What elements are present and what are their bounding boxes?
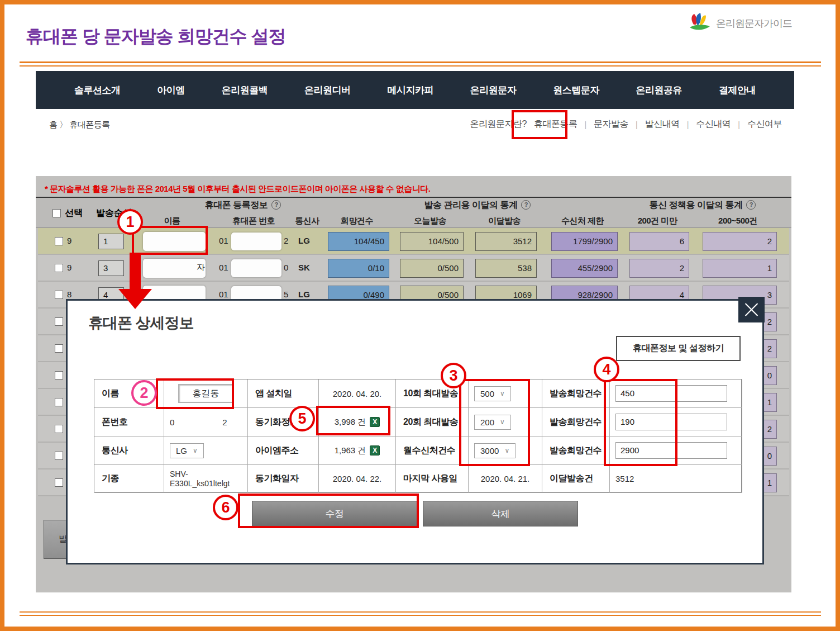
subnav-item-2[interactable]: 휴대폰등록	[534, 118, 578, 130]
receiver-limit-cell: 1799/2900	[551, 232, 618, 251]
nav-item-6[interactable]: 온리원문자	[470, 84, 517, 97]
subnav-item-4[interactable]: 발신내역	[645, 118, 680, 130]
form-dropdown[interactable]: 3000∨	[474, 443, 516, 458]
form-value-select: 3000∨	[469, 437, 542, 465]
column-header-9: 200~500건	[699, 216, 777, 226]
row-checkbox[interactable]	[55, 344, 63, 353]
close-icon[interactable]	[738, 297, 765, 322]
phone-prefix: 01	[219, 263, 228, 272]
form-dropdown[interactable]: LG∨	[170, 443, 204, 458]
row-checkbox[interactable]	[55, 452, 63, 460]
form-value-input: 2900	[610, 437, 742, 465]
form-label: 발송희망건수	[542, 408, 610, 437]
form-label: 이름	[94, 379, 164, 408]
annotation-arrow	[130, 253, 141, 290]
form-value-text: 2020. 04. 21.	[469, 465, 542, 493]
nav-item-4[interactable]: 온리원디버	[304, 84, 351, 97]
form-label: 통신사	[94, 437, 164, 465]
row-checkbox[interactable]	[55, 291, 63, 299]
receiver-limit-cell: 455/2900	[551, 259, 618, 278]
excel-download-icon[interactable]: X	[370, 417, 380, 427]
device-model-text: SHV-E330L_ks01ltelgt	[170, 469, 230, 488]
subnav-item-1[interactable]: 온리원문자란?	[470, 118, 527, 130]
subnav-item-6[interactable]: 수신여부	[747, 118, 782, 130]
carrier-label: LG	[298, 290, 310, 299]
breadcrumb: 홈 〉 휴대폰등록	[49, 120, 110, 130]
from-200-500-cell: 1	[703, 259, 777, 278]
form-value-input: 190	[610, 408, 742, 437]
row-checkbox[interactable]	[55, 478, 63, 487]
row-checkbox[interactable]	[55, 264, 63, 272]
nav-item-1[interactable]: 솔루션소개	[74, 84, 121, 97]
form-value-excel: 1,963 건X	[319, 437, 396, 465]
form-value-text: 2020. 04. 22.	[319, 465, 396, 493]
annotation-arrow-head	[118, 289, 152, 309]
edit-button[interactable]: 수정	[252, 501, 417, 526]
send-order-input[interactable]: 3	[98, 260, 124, 276]
table-header: 선택발송순서휴대폰 등록정보 ?발송 관리용 이달의 통계 ?통신 정책용 이달…	[36, 197, 791, 228]
form-text-input[interactable]: 2900	[615, 442, 727, 459]
row-checkbox[interactable]	[55, 425, 63, 433]
subnav-separator: |	[636, 120, 638, 129]
row-checkbox[interactable]	[55, 237, 63, 245]
nav-item-7[interactable]: 원스텝문자	[553, 84, 599, 97]
form-label: 앱 설치일	[248, 379, 319, 408]
help-icon[interactable]: ?	[271, 200, 281, 210]
excel-download-icon[interactable]: X	[370, 445, 380, 456]
dropdown-value: LG	[176, 446, 187, 456]
phone-detail-form: 이름홍길동앱 설치일2020. 04. 20.10회 최대발송500∨발송희망건…	[94, 379, 742, 492]
column-header-8: 200건 미만	[618, 216, 696, 226]
help-icon[interactable]: ?	[746, 200, 756, 210]
form-dropdown[interactable]: 200∨	[474, 415, 511, 430]
month-sent-cell: 3512	[475, 232, 537, 251]
divider	[20, 615, 821, 616]
column-header-5: 오늘발송	[391, 216, 469, 226]
row-checkbox[interactable]	[55, 398, 63, 406]
name-input[interactable]: 홍길동	[178, 384, 234, 403]
divider	[20, 61, 821, 63]
form-dropdown[interactable]: 500∨	[474, 386, 511, 401]
send-order-input[interactable]: 1	[98, 234, 124, 249]
select-all-checkbox[interactable]	[52, 209, 61, 217]
dropdown-value: 3000	[480, 446, 499, 456]
subnav-separator: |	[687, 120, 689, 129]
form-value-model: SHV-E330L_ks01ltelgt	[164, 465, 248, 493]
subnav-separator: |	[584, 120, 586, 129]
form-value-input: 450	[610, 379, 742, 408]
dropdown-value: 200	[480, 417, 494, 427]
count-text: 3,998 건	[335, 417, 366, 428]
delete-button[interactable]: 삭제	[423, 501, 578, 526]
form-label: 이달발송건	[542, 465, 610, 493]
form-label: 월수신처건수	[396, 437, 469, 465]
today-sent-cell: 0/500	[400, 259, 464, 278]
table-row: 93자010SK0/100/500538455/290021	[38, 255, 789, 282]
phone-info-settings-button[interactable]: 휴대폰정보 및 설정하기	[616, 336, 741, 361]
column-group-2: 발송 관리용 이달의 통계 ?	[377, 200, 578, 211]
hope-count-cell: 104/450	[328, 232, 389, 251]
form-value-plain: 3512	[610, 465, 742, 493]
nav-item-3[interactable]: 온리원콜백	[222, 84, 268, 97]
form-label: 폰번호	[94, 408, 164, 437]
slide: 휴대폰 당 문자발송 희망건수 설정 온리원문자가이드 솔루션소개아이엠온리원콜…	[0, 0, 840, 631]
form-text-input[interactable]: 190	[615, 414, 727, 430]
form-label: 기종	[94, 465, 164, 493]
form-value-text: 2020. 04. 20.	[319, 379, 396, 408]
subnav-item-3[interactable]: 문자발송	[594, 118, 628, 130]
nav-item-5[interactable]: 메시지카피	[387, 84, 433, 97]
phone-redacted-box	[231, 233, 281, 250]
help-icon[interactable]: ?	[521, 200, 531, 210]
column-header-7: 수신처 제한	[543, 216, 622, 226]
under-200-cell: 2	[629, 259, 689, 278]
phone-suffix: 0	[284, 263, 288, 272]
nav-item-9[interactable]: 결제안내	[719, 84, 756, 97]
column-header-6: 이달발송	[465, 216, 543, 226]
row-checkbox[interactable]	[55, 371, 63, 379]
form-label: 20회 최대발송	[396, 408, 469, 437]
nav-item-8[interactable]: 온리원공유	[636, 84, 682, 97]
phone-suffix: 5	[284, 290, 288, 299]
subnav-item-5[interactable]: 수신내역	[696, 118, 731, 130]
row-checkbox[interactable]	[55, 317, 63, 326]
form-text-input[interactable]: 450	[615, 385, 727, 402]
chevron-down-icon: ∨	[504, 447, 509, 454]
nav-item-2[interactable]: 아이엠	[157, 84, 185, 97]
